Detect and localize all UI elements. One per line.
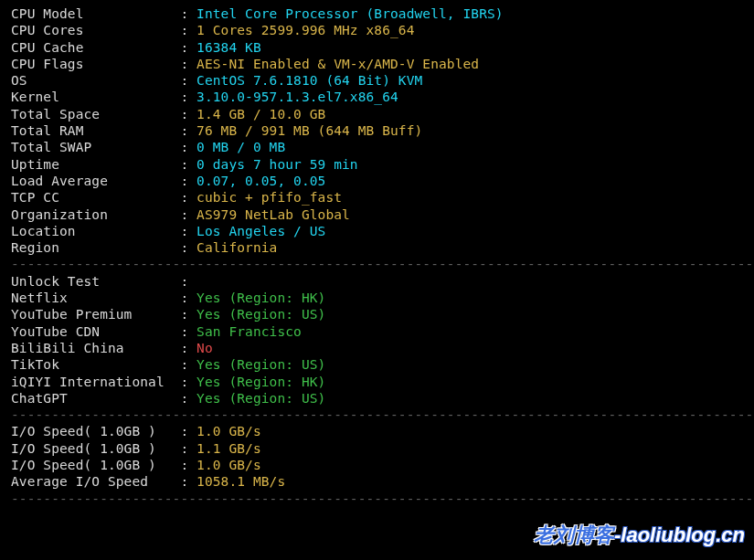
colon-separator: : [180,140,196,154]
io-avg-row: Average I/O Speed : 1058.1 MB/s [11,473,743,490]
info-region-label: Region [11,240,180,255]
info-total_ram-value: 76 MB / 991 MB (644 MB Buff) [196,123,422,138]
info-location-label: Location [11,224,180,238]
colon-separator: : [180,375,196,389]
info-cpu_cache-value: 16384 KB [196,40,261,55]
unlock-netflix-value: Yes (Region: HK) [196,291,325,305]
watermark-cn: 老刘博客 [534,523,614,546]
info-total_swap-row: Total SWAP : 0 MB / 0 MB [11,139,743,155]
info-cpu_flags-label: CPU Flags [11,57,180,71]
unlock-netflix-row: Netflix : Yes (Region: HK) [11,290,743,306]
io-test2-label: I/O Speed( 1.0GB ) [11,441,180,456]
io-test2-value: 1.1 GB/s [196,441,261,456]
colon-separator: : [180,90,196,104]
info-cpu_cores-value: 1 Cores 2599.996 MHz x86_64 [196,23,414,37]
colon-separator: : [180,441,196,456]
colon-separator: : [180,174,196,188]
info-cpu_flags-row: CPU Flags : AES-NI Enabled & VM-x/AMD-V … [11,56,743,72]
info-load_average-row: Load Average : 0.07, 0.05, 0.05 [11,173,743,189]
info-organization-label: Organization [11,207,180,222]
unlock-yt_cdn-label: YouTube CDN [11,324,180,339]
unlock-bilibili-label: BiliBili China [11,341,180,355]
colon-separator: : [180,23,196,37]
colon-separator: : [180,157,196,172]
unlock-iqiyi-label: iQIYI International [11,375,180,389]
info-total_ram-row: Total RAM : 76 MB / 991 MB (644 MB Buff) [11,122,743,139]
unlock-tiktok-label: TikTok [11,357,180,372]
colon-separator: : [180,474,196,489]
watermark: 老刘博客-laoliublog.cn [534,522,745,549]
colon-separator: : [180,458,196,472]
info-tcp_cc-row: TCP CC : cubic + pfifo_fast [11,189,743,206]
colon-separator: : [180,341,196,355]
info-total_ram-label: Total RAM [11,123,180,138]
unlock-header-label: Unlock Test [11,274,180,289]
info-kernel-row: Kernel : 3.10.0-957.1.3.el7.x86_64 [11,89,743,105]
unlock-bilibili-value: No [196,341,213,355]
unlock-netflix-label: Netflix [11,291,180,305]
watermark-en: -laoliublog.cn [614,523,745,546]
colon-separator: : [180,307,196,322]
io-test3-row: I/O Speed( 1.0GB ) : 1.0 GB/s [11,457,743,473]
colon-separator: : [180,274,196,289]
colon-separator: : [180,123,196,138]
info-total_swap-label: Total SWAP [11,140,180,154]
info-region-row: Region : California [11,239,743,256]
colon-separator: : [180,391,196,406]
unlock-yt_premium-label: YouTube Premium [11,307,180,322]
info-cpu_cores-row: CPU Cores : 1 Cores 2599.996 MHz x86_64 [11,22,743,38]
io-test3-value: 1.0 GB/s [196,458,261,472]
io-avg-label: Average I/O Speed [11,474,180,489]
info-kernel-label: Kernel [11,90,180,104]
unlock-header-row: Unlock Test : [11,273,743,290]
unlock-chatgpt-row: ChatGPT : Yes (Region: US) [11,390,743,407]
info-cpu_model-label: CPU Model [11,6,180,21]
info-uptime-row: Uptime : 0 days 7 hour 59 min [11,156,743,173]
info-os-label: OS [11,73,180,88]
colon-separator: : [180,6,196,21]
info-organization-row: Organization : AS979 NetLab Global [11,206,743,223]
info-cpu_cache-label: CPU Cache [11,40,180,55]
info-region-value: California [196,240,277,255]
unlock-chatgpt-value: Yes (Region: US) [196,391,325,406]
info-cpu_cores-label: CPU Cores [11,23,180,37]
info-location-row: Location : Los Angeles / US [11,223,743,239]
info-os-value: CentOS 7.6.1810 (64 Bit) KVM [196,73,422,88]
colon-separator: : [180,224,196,238]
colon-separator: : [180,190,196,205]
info-load_average-value: 0.07, 0.05, 0.05 [196,174,325,188]
info-tcp_cc-value: cubic + pfifo_fast [196,190,342,205]
info-uptime-value: 0 days 7 hour 59 min [196,157,358,172]
info-os-row: OS : CentOS 7.6.1810 (64 Bit) KVM [11,72,743,89]
info-total_space-row: Total Space : 1.4 GB / 10.0 GB [11,106,743,122]
info-organization-value: AS979 NetLab Global [196,207,350,222]
unlock-tiktok-row: TikTok : Yes (Region: US) [11,356,743,373]
io-test3-label: I/O Speed( 1.0GB ) [11,458,180,472]
info-tcp_cc-label: TCP CC [11,190,180,205]
unlock-yt_premium-value: Yes (Region: US) [196,307,325,322]
info-cpu_model-row: CPU Model : Intel Core Processor (Broadw… [11,5,743,22]
io-test1-row: I/O Speed( 1.0GB ) : 1.0 GB/s [11,423,743,439]
info-kernel-value: 3.10.0-957.1.3.el7.x86_64 [196,90,398,104]
info-total_swap-value: 0 MB / 0 MB [196,140,285,154]
unlock-yt_cdn-row: YouTube CDN : San Francisco [11,323,743,340]
unlock-bilibili-row: BiliBili China : No [11,340,743,356]
colon-separator: : [180,240,196,255]
separator-line: ----------------------------------------… [11,256,743,272]
info-total_space-value: 1.4 GB / 10.0 GB [196,107,325,122]
unlock-iqiyi-row: iQIYI International : Yes (Region: HK) [11,374,743,390]
io-avg-value: 1058.1 MB/s [196,474,285,489]
unlock-chatgpt-label: ChatGPT [11,391,180,406]
colon-separator: : [180,324,196,339]
info-cpu_flags-value: AES-NI Enabled & VM-x/AMD-V Enabled [196,57,479,71]
colon-separator: : [180,207,196,222]
colon-separator: : [180,424,196,438]
info-load_average-label: Load Average [11,174,180,188]
terminal-output: CPU Model : Intel Core Processor (Broadw… [0,0,754,512]
info-location-value: Los Angeles / US [196,224,325,238]
info-total_space-label: Total Space [11,107,180,122]
info-cpu_cache-row: CPU Cache : 16384 KB [11,39,743,56]
unlock-yt_cdn-value: San Francisco [196,324,302,339]
io-test2-row: I/O Speed( 1.0GB ) : 1.1 GB/s [11,440,743,457]
io-test1-label: I/O Speed( 1.0GB ) [11,424,180,438]
